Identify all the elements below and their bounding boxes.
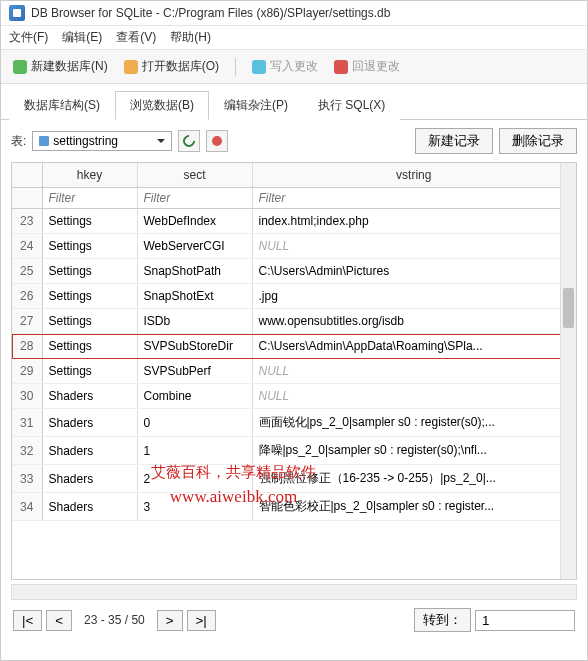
table-label: 表: — [11, 133, 26, 150]
table-row[interactable]: 30ShadersCombineNULL — [12, 384, 576, 409]
next-page-button[interactable]: > — [157, 610, 183, 631]
cell-hkey[interactable]: Shaders — [42, 465, 137, 493]
scrollbar-thumb[interactable] — [563, 288, 574, 328]
table-row[interactable]: 33Shaders2强制黑位修正（16-235 -> 0-255）|ps_2_0… — [12, 465, 576, 493]
tabs: 数据库结构(S) 浏览数据(B) 编辑杂注(P) 执行 SQL(X) — [1, 84, 587, 120]
cell-vstring[interactable]: 智能色彩校正|ps_2_0|sampler s0 : register... — [252, 493, 576, 521]
filter-hkey[interactable] — [49, 191, 131, 205]
cell-hkey[interactable]: Settings — [42, 309, 137, 334]
open-database-button[interactable]: 打开数据库(O) — [120, 56, 223, 77]
new-database-button[interactable]: 新建数据库(N) — [9, 56, 112, 77]
column-header-sect[interactable]: sect — [137, 163, 252, 188]
cell-vstring[interactable]: 画面锐化|ps_2_0|sampler s0 : register(s0);..… — [252, 409, 576, 437]
last-page-button[interactable]: >| — [187, 610, 216, 631]
cell-sect[interactable]: 2 — [137, 465, 252, 493]
chevron-down-icon — [157, 139, 165, 143]
table-row[interactable]: 31Shaders0画面锐化|ps_2_0|sampler s0 : regis… — [12, 409, 576, 437]
tab-exec-sql[interactable]: 执行 SQL(X) — [303, 91, 400, 120]
table-row[interactable]: 23SettingsWebDefIndexindex.html;index.ph… — [12, 209, 576, 234]
clear-filters-button[interactable] — [206, 130, 228, 152]
revert-changes-button[interactable]: 回退更改 — [330, 56, 404, 77]
tab-pragmas[interactable]: 编辑杂注(P) — [209, 91, 303, 120]
cell-vstring[interactable]: NULL — [252, 359, 576, 384]
rownum: 23 — [12, 209, 42, 234]
menu-file[interactable]: 文件(F) — [9, 29, 48, 46]
goto-button[interactable]: 转到： — [414, 608, 471, 632]
cell-vstring[interactable]: 降噪|ps_2_0|sampler s0 : register(s0);\nfl… — [252, 437, 576, 465]
cell-vstring[interactable]: 强制黑位修正（16-235 -> 0-255）|ps_2_0|... — [252, 465, 576, 493]
cell-sect[interactable]: SVPSubPerf — [137, 359, 252, 384]
refresh-button[interactable] — [178, 130, 200, 152]
table-row[interactable]: 26SettingsSnapShotExt.jpg — [12, 284, 576, 309]
cell-sect[interactable]: SVPSubStoreDir — [137, 334, 252, 359]
cell-sect[interactable]: WebServerCGI — [137, 234, 252, 259]
cell-hkey[interactable]: Settings — [42, 209, 137, 234]
table-row[interactable]: 32Shaders1降噪|ps_2_0|sampler s0 : registe… — [12, 437, 576, 465]
column-header-vstring[interactable]: vstring — [252, 163, 576, 188]
cell-hkey[interactable]: Settings — [42, 234, 137, 259]
cell-sect[interactable]: 3 — [137, 493, 252, 521]
table-row[interactable]: 28SettingsSVPSubStoreDirC:\Users\Admin\A… — [12, 334, 576, 359]
cell-hkey[interactable]: Settings — [42, 284, 137, 309]
rownum: 30 — [12, 384, 42, 409]
menu-edit[interactable]: 编辑(E) — [62, 29, 102, 46]
rownum: 24 — [12, 234, 42, 259]
rownum: 27 — [12, 309, 42, 334]
cell-vstring[interactable]: index.html;index.php — [252, 209, 576, 234]
new-db-icon — [13, 60, 27, 74]
cell-sect[interactable]: 1 — [137, 437, 252, 465]
cell-sect[interactable]: SnapShotExt — [137, 284, 252, 309]
rownum: 31 — [12, 409, 42, 437]
table-row[interactable]: 34Shaders3智能色彩校正|ps_2_0|sampler s0 : reg… — [12, 493, 576, 521]
cell-vstring[interactable]: C:\Users\Admin\Pictures — [252, 259, 576, 284]
pager: |< < 23 - 35 / 50 > >| 转到： — [1, 600, 587, 640]
cell-hkey[interactable]: Shaders — [42, 437, 137, 465]
rownum: 26 — [12, 284, 42, 309]
cell-sect[interactable]: ISDb — [137, 309, 252, 334]
menu-help[interactable]: 帮助(H) — [170, 29, 211, 46]
filter-vstring[interactable] — [259, 191, 570, 205]
cell-vstring[interactable]: www.opensubtitles.org/isdb — [252, 309, 576, 334]
cell-sect[interactable]: 0 — [137, 409, 252, 437]
cell-hkey[interactable]: Settings — [42, 259, 137, 284]
tab-browse[interactable]: 浏览数据(B) — [115, 91, 209, 120]
refresh-icon — [181, 133, 198, 150]
cell-hkey[interactable]: Shaders — [42, 384, 137, 409]
cell-vstring[interactable]: .jpg — [252, 284, 576, 309]
delete-record-button[interactable]: 删除记录 — [499, 128, 577, 154]
new-record-button[interactable]: 新建记录 — [415, 128, 493, 154]
menubar: 文件(F) 编辑(E) 查看(V) 帮助(H) — [1, 26, 587, 49]
cell-vstring[interactable]: NULL — [252, 234, 576, 259]
tab-structure[interactable]: 数据库结构(S) — [9, 91, 115, 120]
cell-sect[interactable]: SnapShotPath — [137, 259, 252, 284]
first-page-button[interactable]: |< — [13, 610, 42, 631]
save-icon — [252, 60, 266, 74]
column-header-hkey[interactable]: hkey — [42, 163, 137, 188]
menu-view[interactable]: 查看(V) — [116, 29, 156, 46]
vertical-scrollbar[interactable] — [560, 163, 576, 579]
table-row[interactable]: 24SettingsWebServerCGINULL — [12, 234, 576, 259]
table-row[interactable]: 27SettingsISDbwww.opensubtitles.org/isdb — [12, 309, 576, 334]
cell-sect[interactable]: Combine — [137, 384, 252, 409]
table-row[interactable]: 25SettingsSnapShotPathC:\Users\Admin\Pic… — [12, 259, 576, 284]
filter-sect[interactable] — [144, 191, 246, 205]
table-row[interactable]: 29SettingsSVPSubPerfNULL — [12, 359, 576, 384]
write-changes-button[interactable]: 写入更改 — [248, 56, 322, 77]
browse-subbar: 表: settingstring 新建记录 删除记录 — [1, 120, 587, 162]
cell-vstring[interactable]: C:\Users\Admin\AppData\Roaming\SPla... — [252, 334, 576, 359]
rownum: 34 — [12, 493, 42, 521]
goto-input[interactable] — [475, 610, 575, 631]
cell-vstring[interactable]: NULL — [252, 384, 576, 409]
rownum: 33 — [12, 465, 42, 493]
prev-page-button[interactable]: < — [46, 610, 72, 631]
cell-hkey[interactable]: Settings — [42, 359, 137, 384]
cell-hkey[interactable]: Shaders — [42, 409, 137, 437]
app-icon — [9, 5, 25, 21]
table-select[interactable]: settingstring — [32, 131, 172, 151]
cell-hkey[interactable]: Settings — [42, 334, 137, 359]
selected-table-name: settingstring — [53, 134, 118, 148]
window-title: DB Browser for SQLite - C:/Program Files… — [31, 6, 390, 20]
cell-sect[interactable]: WebDefIndex — [137, 209, 252, 234]
horizontal-scrollbar[interactable] — [11, 584, 577, 600]
cell-hkey[interactable]: Shaders — [42, 493, 137, 521]
